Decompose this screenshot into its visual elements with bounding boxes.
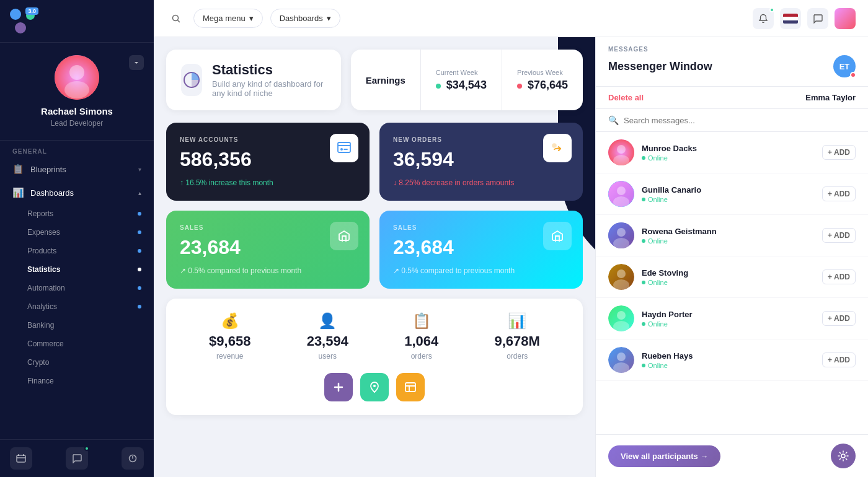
calendar-icon-button[interactable] — [10, 447, 32, 470]
active-user-label: Emma Taylor — [805, 93, 856, 102]
stat-change: ↗ 0.5% compared to previous month — [393, 266, 569, 275]
sub-item-label: Statistics — [27, 265, 60, 274]
sidebar-item-dashboards[interactable]: 📊 Dashboards ▴ — [0, 181, 154, 204]
list-item: Rueben Hays Online + ADD — [596, 339, 868, 381]
online-dot — [642, 156, 645, 160]
revenue-icon: 💰 — [209, 312, 250, 330]
stat-card-icon — [543, 134, 572, 162]
flag-icon-button[interactable] — [780, 8, 801, 29]
online-dot — [642, 281, 645, 284]
stat-card-sales-green: SALES 23,684 ↗ 0.5% compared to previous… — [166, 211, 370, 289]
sidebar-item-blueprints[interactable]: 📋 Blueprints ▾ — [0, 157, 154, 181]
list-item: Munroe Dacks Online + ADD — [596, 132, 868, 173]
online-dot — [642, 322, 645, 326]
add-contact-button[interactable]: + ADD — [822, 311, 856, 326]
messages-button[interactable] — [807, 8, 828, 29]
notifications-button[interactable] — [753, 8, 774, 29]
add-contact-button[interactable]: + ADD — [822, 269, 856, 284]
search-icon: 🔍 — [608, 115, 619, 125]
svg-rect-3 — [17, 455, 25, 462]
sidebar-item-statistics[interactable]: Statistics — [0, 260, 154, 279]
mega-menu-button[interactable]: Mega menu ▾ — [193, 9, 263, 28]
contact-info: Ede Stoving Online — [642, 268, 815, 286]
contact-name: Rowena Geistmann — [642, 227, 815, 236]
add-contact-button[interactable]: + ADD — [822, 228, 856, 243]
view-all-participants-button[interactable]: View all participants → — [608, 445, 720, 467]
current-week-amount: $34,543 — [436, 79, 487, 92]
table-action-button[interactable] — [396, 373, 425, 401]
messenger-panel: MESSAGES Messenger Window ET Delete all … — [595, 37, 868, 477]
svg-rect-11 — [405, 383, 415, 392]
main-content: Statistics Build any kind of dashboard f… — [154, 37, 595, 477]
svg-point-16 — [617, 186, 626, 195]
sidebar-item-reports[interactable]: Reports — [0, 204, 154, 223]
messenger-actions-bar: Delete all Emma Taylor — [596, 87, 868, 109]
sub-item-label: Banking — [27, 321, 54, 330]
stat-card-new-accounts: NEW ACCOUNTS 586,356 ↑ 16.5% increase th… — [166, 123, 370, 201]
sidebar-navigation: GENERAL 📋 Blueprints ▾ 📊 Dashboards ▴ Re… — [0, 141, 154, 439]
add-contact-button[interactable]: + ADD — [822, 186, 856, 201]
main-area: Mega menu ▾ Dashboards ▾ — [154, 0, 868, 477]
orders2-icon: 📊 — [494, 312, 539, 330]
contact-avatar — [608, 264, 634, 290]
messenger-section-label: MESSAGES — [608, 46, 856, 53]
page-header-text: Statistics Build any kind of dashboard f… — [212, 62, 326, 98]
blueprints-icon: 📋 — [12, 164, 24, 175]
svg-point-13 — [617, 145, 626, 154]
settings-button[interactable] — [831, 444, 856, 468]
sub-dot-icon — [138, 305, 141, 309]
svg-point-25 — [617, 311, 626, 320]
stat-mini-label: orders — [494, 352, 539, 361]
red-dot — [517, 84, 522, 89]
us-flag-icon — [783, 14, 798, 24]
sidebar-item-banking[interactable]: Banking — [0, 316, 154, 335]
sidebar-item-crypto[interactable]: Crypto — [0, 353, 154, 372]
messenger-search-input[interactable] — [624, 116, 856, 125]
contact-status: Online — [642, 320, 815, 328]
contact-name: Gunilla Canario — [642, 185, 815, 195]
location-action-button[interactable] — [360, 373, 389, 401]
svg-point-8 — [340, 148, 343, 151]
contact-status: Online — [642, 237, 815, 245]
contact-avatar — [608, 347, 634, 373]
earnings-widget: Earnings Current Week $34,543 Previous W… — [351, 50, 583, 110]
search-button[interactable] — [166, 9, 186, 28]
sidebar-item-automation[interactable]: Automation — [0, 279, 154, 297]
list-item: Haydn Porter Online + ADD — [596, 298, 868, 339]
sub-dot-icon — [138, 230, 141, 234]
mini-stat-orders2: 📊 9,678M orders — [494, 312, 539, 361]
sidebar-item-finance[interactable]: Finance — [0, 372, 154, 390]
svg-point-1 — [69, 65, 84, 80]
sidebar-item-expenses[interactable]: Expenses — [0, 223, 154, 242]
stat-change: ↑ 16.5% increase this month — [180, 178, 356, 187]
sidebar-item-analytics[interactable]: Analytics — [0, 297, 154, 316]
dashboards-icon: 📊 — [12, 187, 24, 198]
contact-list: Munroe Dacks Online + ADD Gunilla Canar — [596, 132, 868, 434]
add-contact-button[interactable]: + ADD — [822, 352, 856, 367]
sidebar-item-label: Blueprints — [30, 165, 66, 174]
chat-icon-button[interactable] — [66, 447, 88, 470]
page-subtitle: Build any kind of dashboard for any kind… — [212, 79, 326, 98]
dashboards-button[interactable]: Dashboards ▾ — [270, 9, 340, 28]
add-action-button[interactable] — [324, 373, 353, 401]
sidebar-profile: Rachael Simons Lead Developer — [0, 43, 154, 141]
active-dot-icon — [138, 268, 141, 271]
power-icon-button[interactable] — [122, 447, 144, 470]
delete-all-button[interactable]: Delete all — [608, 93, 644, 102]
user-avatar[interactable] — [835, 8, 856, 29]
sub-dot-icon — [138, 212, 141, 216]
content-area: Statistics Build any kind of dashboard f… — [154, 37, 868, 477]
topbar: Mega menu ▾ Dashboards ▾ — [154, 0, 868, 37]
stat-change: ↓ 8.25% decrease in orders amounts — [393, 178, 569, 187]
add-contact-button[interactable]: + ADD — [822, 145, 856, 160]
contact-avatar — [608, 222, 634, 248]
svg-point-19 — [617, 228, 626, 237]
page-header-card: Statistics Build any kind of dashboard f… — [166, 50, 341, 110]
profile-expand-button[interactable] — [129, 55, 144, 70]
svg-point-9 — [552, 144, 556, 147]
sidebar-item-products[interactable]: Products — [0, 242, 154, 260]
list-item: Gunilla Canario Online + ADD — [596, 173, 868, 215]
stat-card-icon — [543, 222, 572, 250]
sidebar-item-commerce[interactable]: Commerce — [0, 335, 154, 353]
svg-point-10 — [373, 385, 376, 387]
